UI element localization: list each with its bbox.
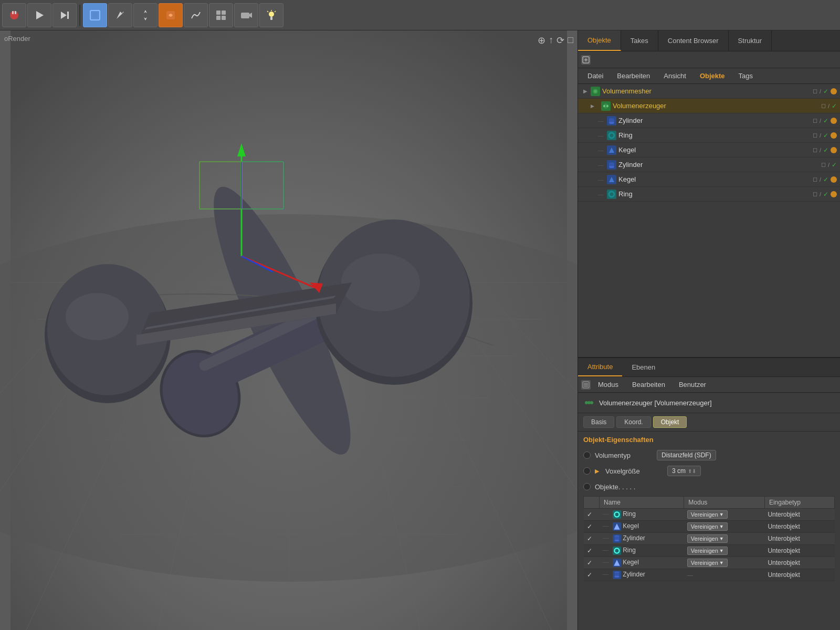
pen-button[interactable]	[108, 3, 132, 27]
toolbar-sep-1	[79, 5, 80, 26]
attr-tab-ebenen[interactable]: Ebenen	[622, 358, 665, 376]
ring-2-icon	[607, 190, 616, 199]
svg-rect-11	[222, 10, 226, 15]
zylinder-2-name: Zylinder	[618, 161, 819, 169]
svg-point-94	[614, 540, 619, 541]
table-row[interactable]: ✓ — Zylinder Vereinigen▼ Unterobjekt	[584, 533, 835, 545]
volumenerzeuger-right: ◻ / ✓	[821, 102, 837, 110]
tab-content-browser[interactable]: Content Browser	[658, 30, 729, 51]
svg-rect-7	[92, 13, 98, 18]
row1-eingabe: Unterobjekt	[764, 509, 834, 521]
svg-rect-1	[12, 11, 14, 14]
attr-subtoolbar-icon	[581, 380, 591, 390]
tree-item-volumenmesher[interactable]: ▶ Volumenmesher ◻ / ✓	[578, 84, 840, 99]
select-button[interactable]	[83, 3, 107, 27]
prop-voxelgroesse-value[interactable]: 3 cm ⬆⬇	[667, 466, 701, 476]
mode-arrow-icon: ▼	[719, 536, 724, 541]
row6-check: ✓	[584, 569, 600, 581]
prop-volumentyp-radio[interactable]	[583, 452, 591, 459]
attr-object-header: Volumenerzeuger [Volumenerzeuger]	[578, 393, 840, 413]
tab-takes[interactable]: Takes	[621, 30, 658, 51]
row2-name: — Kegel	[600, 521, 684, 533]
menu-tags[interactable]: Tags	[732, 68, 759, 83]
viewport-rotate-icon[interactable]: ⟳	[556, 35, 564, 46]
kegel-1-right: ◻ / ✓	[813, 146, 837, 154]
row3-check: ✓	[584, 533, 600, 545]
subtoolbar-icon-1[interactable]	[581, 55, 591, 65]
menu-objekte-active[interactable]: Objekte	[694, 68, 731, 83]
svg-rect-13	[222, 16, 226, 20]
viewport-move-icon[interactable]: ⊕	[538, 35, 545, 46]
object-tree: ▶ Volumenmesher ◻ / ✓ ▶	[578, 84, 840, 357]
prop-objekte-radio[interactable]	[583, 483, 591, 490]
step-forward-button[interactable]	[52, 3, 77, 27]
viewport-fit-icon[interactable]: □	[568, 35, 573, 46]
row1-mode[interactable]: Vereinigen▼	[684, 509, 765, 521]
row5-mode[interactable]: Vereinigen▼	[684, 557, 765, 569]
spline-button[interactable]	[184, 3, 208, 27]
grid-button[interactable]	[209, 3, 233, 27]
menu-bearbeiten[interactable]: Bearbeiten	[611, 68, 656, 83]
table-row[interactable]: ✓ — Kegel Vereinigen▼ Unterobjekt	[584, 521, 835, 533]
attr-subtab-objekt[interactable]: Objekt	[653, 416, 687, 428]
svg-marker-91	[614, 523, 620, 529]
camera-button[interactable]	[234, 3, 258, 27]
svg-point-75	[609, 122, 614, 124]
move-button[interactable]	[133, 3, 158, 27]
attr-tab-attribute[interactable]: Attribute	[578, 358, 622, 376]
attr-subtab-koord[interactable]: Koord.	[616, 416, 650, 428]
table-row[interactable]: ✓ — Zylinder — Unterobjekt	[584, 569, 835, 581]
tree-item-ring-2[interactable]: — Ring ◻ / ✓	[578, 187, 840, 202]
tab-struktur[interactable]: Struktur	[729, 30, 772, 51]
row2-check: ✓	[584, 521, 600, 533]
panel-menurow: Datei Bearbeiten Ansicht Objekte Tags	[578, 68, 840, 84]
viewport-label: oRender	[4, 35, 30, 43]
record-button[interactable]	[2, 3, 26, 27]
table-row[interactable]: ✓ — Ring Vereinigen▼ Unterobjekt	[584, 545, 835, 557]
tree-item-ring-1[interactable]: — Ring ◻ / ✓	[578, 128, 840, 143]
attr-menurow: Modus Bearbeiten Benutzer	[578, 377, 840, 393]
svg-rect-17	[270, 17, 272, 20]
tree-item-zylinder-2[interactable]: — Zylinder ◻ / ✓	[578, 158, 840, 172]
col-modus: Modus	[684, 497, 765, 509]
tree-item-zylinder-1[interactable]: — Zylinder ◻ / ✓	[578, 113, 840, 128]
objects-table-container: Name Modus Eingabetyp ✓ —	[583, 496, 835, 581]
tree-item-kegel-1[interactable]: — Kegel ◻ / ✓	[578, 143, 840, 158]
tree-item-volumenerzeuger[interactable]: ▶ Volumenerzeuger ◻ / ✓	[578, 99, 840, 113]
svg-rect-85	[584, 384, 588, 385]
row3-mode[interactable]: Vereinigen▼	[684, 533, 765, 545]
prop-volumentyp-value[interactable]: Distanzfeld (SDF)	[657, 450, 716, 460]
table-row[interactable]: ✓ — Kegel Vereinigen▼ Unterobjekt	[584, 557, 835, 569]
tab-objekte[interactable]: Objekte	[578, 30, 621, 51]
attr-subtab-basis[interactable]: Basis	[583, 416, 614, 428]
svg-rect-12	[216, 16, 220, 20]
svg-point-16	[269, 12, 274, 17]
table-row[interactable]: ✓ — Ring Vereinigen▼ Unterobjekt	[584, 509, 835, 521]
row4-check: ✓	[584, 545, 600, 557]
attr-menu-benutzer[interactable]: Benutzer	[673, 377, 712, 392]
rotate-button[interactable]	[159, 3, 183, 27]
prop-volumentyp: Volumentyp Distanzfeld (SDF)	[583, 448, 835, 463]
menu-ansicht[interactable]: Ansicht	[657, 68, 692, 83]
row6-eingabe: Unterobjekt	[764, 569, 834, 581]
prop-objekte-label: Objekte. . . . .	[595, 483, 653, 491]
row3-name: — Zylinder	[600, 533, 684, 545]
row2-mode[interactable]: Vereinigen▼	[684, 521, 765, 533]
viewport-up-icon[interactable]: ↑	[549, 35, 553, 46]
svg-point-90	[614, 512, 619, 517]
svg-line-20	[275, 11, 276, 12]
viewport[interactable]: oRender ⊕ ↑ ⟳ □	[0, 30, 578, 630]
ring-1-icon	[607, 131, 616, 140]
panel-subtoolbar	[578, 51, 840, 68]
prop-voxelgroesse-radio[interactable]	[583, 467, 591, 475]
zylinder-2-icon	[607, 160, 616, 170]
menu-datei[interactable]: Datei	[581, 68, 610, 83]
attr-obj-icon	[583, 397, 595, 408]
play-button[interactable]	[27, 3, 51, 27]
attr-menu-modus[interactable]: Modus	[592, 377, 625, 392]
light-button[interactable]	[259, 3, 284, 27]
attr-menu-bearbeiten[interactable]: Bearbeiten	[626, 377, 671, 392]
row4-mode[interactable]: Vereinigen▼	[684, 545, 765, 557]
row4-name: — Ring	[600, 545, 684, 557]
tree-item-kegel-2[interactable]: — Kegel ◻ / ✓	[578, 172, 840, 187]
